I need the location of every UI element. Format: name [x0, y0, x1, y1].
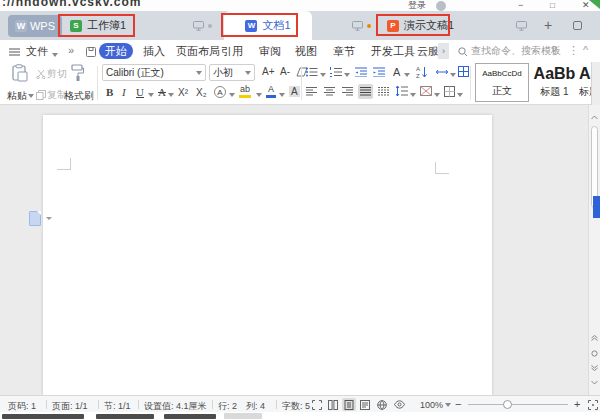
help-icon[interactable]: ?: [551, 44, 557, 56]
cut-button[interactable]: 剪切: [36, 67, 67, 81]
enclose-char-button[interactable]: A: [214, 86, 226, 98]
zoom-level[interactable]: 100%: [420, 400, 443, 410]
font-color-button[interactable]: A: [266, 85, 276, 98]
select-browse-object-icon[interactable]: [591, 350, 598, 357]
hamburger-menu-icon[interactable]: [9, 48, 20, 56]
login-link[interactable]: 登录: [408, 0, 426, 11]
char-scale-button[interactable]: A: [393, 66, 400, 78]
monitor-icon[interactable]: [193, 21, 204, 31]
new-tab-plus-icon[interactable]: +: [544, 17, 552, 33]
highlight-color-button[interactable]: ab: [239, 85, 251, 98]
align-right-icon[interactable]: [342, 87, 353, 96]
copy-button[interactable]: 复制: [36, 88, 67, 102]
tab-view[interactable]: 视图: [295, 44, 317, 59]
file-menu[interactable]: 文件: [26, 44, 48, 59]
paste-icon[interactable]: [12, 64, 28, 82]
next-object-icon[interactable]: [591, 365, 598, 371]
subscript-button[interactable]: X₂: [196, 87, 207, 98]
style-gallery-scroll[interactable]: [591, 62, 600, 105]
search-icon[interactable]: [458, 47, 468, 57]
file-menu-caret-icon[interactable]: [52, 53, 58, 57]
borders-icon[interactable]: [444, 86, 455, 97]
align-center-icon[interactable]: [324, 87, 335, 96]
strikethrough-button[interactable]: A: [158, 86, 166, 98]
italic-button[interactable]: I: [122, 86, 126, 98]
scroll-down-icon[interactable]: [591, 380, 598, 385]
ribbon-scroll-right-icon[interactable]: ›: [438, 43, 449, 59]
borders-caret-icon[interactable]: [457, 93, 463, 97]
strikethrough-caret-icon[interactable]: [168, 93, 174, 97]
numbered-list-caret-icon[interactable]: [344, 73, 350, 77]
document-page[interactable]: [43, 115, 492, 395]
insert-table-icon[interactable]: [458, 66, 469, 77]
bold-button[interactable]: B: [106, 86, 113, 98]
monitor-icon[interactable]: [516, 21, 527, 31]
monitor-icon[interactable]: [352, 21, 363, 31]
line-spacing-caret-icon[interactable]: [410, 93, 416, 97]
style-heading1[interactable]: AaBb 标题 1: [531, 63, 578, 102]
zoom-in-icon[interactable]: +: [574, 398, 580, 410]
underline-button[interactable]: U: [136, 86, 144, 98]
shrink-font-button[interactable]: A-: [280, 66, 290, 77]
prev-object-icon[interactable]: [591, 335, 598, 341]
bullet-list-caret-icon[interactable]: [320, 73, 326, 77]
tab-section[interactable]: 章节: [333, 44, 355, 59]
align-left-icon[interactable]: [306, 87, 317, 96]
style-normal-selected[interactable]: AaBbCcDd 正文: [475, 63, 529, 102]
collapse-ribbon-icon[interactable]: ^: [583, 44, 588, 56]
font-size-select[interactable]: 小初: [209, 64, 255, 81]
tab-list-icon[interactable]: [572, 20, 583, 31]
page-view-icon-selected[interactable]: [342, 398, 356, 411]
align-distribute-icon[interactable]: [378, 87, 389, 96]
search-input[interactable]: 查找命令、搜索模板: [471, 44, 561, 58]
fit-page-icon[interactable]: [586, 398, 600, 411]
vertical-scrollbar[interactable]: [588, 105, 600, 395]
zoom-slider-track[interactable]: [468, 404, 568, 405]
web-view-icon[interactable]: [375, 398, 389, 411]
minimize-icon[interactable]: −: [518, 0, 523, 11]
shading-caret-icon[interactable]: [434, 93, 440, 97]
enclose-char-caret-icon[interactable]: [229, 93, 235, 97]
bullet-list-icon[interactable]: [306, 67, 318, 77]
zoom-slider-knob[interactable]: [503, 400, 512, 409]
wps-home-tab[interactable]: W WPS: [8, 15, 62, 37]
format-painter-icon[interactable]: [70, 64, 84, 82]
scroll-up-icon[interactable]: [591, 115, 598, 120]
eye-protection-icon[interactable]: [392, 398, 406, 411]
char-spacing-caret-icon[interactable]: [450, 73, 456, 77]
zoom-caret-icon[interactable]: [445, 403, 451, 407]
zoom-out-icon[interactable]: −: [455, 398, 461, 410]
overflow-chevrons-icon[interactable]: »: [68, 44, 74, 56]
grow-font-button[interactable]: A+: [262, 66, 275, 77]
font-color-caret-icon[interactable]: [279, 93, 285, 97]
paste-options-smart-tag[interactable]: [29, 211, 41, 226]
format-painter-button[interactable]: 格式刷: [64, 89, 94, 103]
paste-button[interactable]: 粘贴: [7, 89, 34, 103]
char-shading-button[interactable]: A: [289, 86, 300, 97]
fullscreen-view-icon[interactable]: [310, 398, 324, 411]
maximize-icon[interactable]: □: [550, 0, 555, 11]
align-justify-button-selected[interactable]: [358, 84, 373, 99]
highlight-caret-icon[interactable]: [256, 93, 262, 97]
line-spacing-icon[interactable]: [396, 86, 408, 96]
tab-references[interactable]: 引用: [221, 44, 243, 59]
char-spacing-icon[interactable]: [436, 68, 448, 76]
tab-insert[interactable]: 插入: [143, 44, 165, 59]
shading-icon[interactable]: [420, 86, 432, 96]
smart-tag-caret-icon[interactable]: [46, 217, 52, 220]
outline-view-icon[interactable]: [358, 398, 372, 411]
avatar[interactable]: [436, 1, 446, 11]
tab-home-active[interactable]: 开始: [99, 43, 133, 59]
decrease-indent-icon[interactable]: [355, 67, 367, 77]
superscript-button[interactable]: X²: [178, 87, 188, 98]
two-column-view-icon[interactable]: [326, 398, 340, 411]
document-area[interactable]: [0, 105, 600, 395]
tab-dev-tools[interactable]: 开发工具: [371, 44, 415, 59]
tab-review[interactable]: 审阅: [259, 44, 281, 59]
numbered-list-icon[interactable]: [330, 67, 342, 77]
save-icon[interactable]: [86, 47, 96, 57]
style-heading2-clipped[interactable]: AaB 标题: [579, 63, 591, 102]
tab-page-layout[interactable]: 页面布局: [176, 44, 220, 59]
sort-icon[interactable]: AZ: [416, 66, 427, 78]
increase-indent-icon[interactable]: [373, 67, 385, 77]
